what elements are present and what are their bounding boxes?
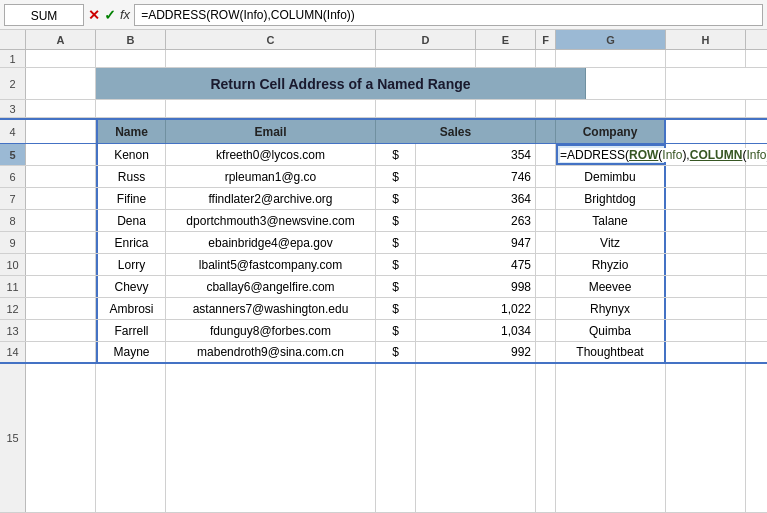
cell-e6[interactable]: 746	[416, 166, 536, 187]
cell-g11[interactable]: Meevee	[556, 276, 666, 297]
cell-c3[interactable]	[166, 100, 376, 117]
cell-h9[interactable]	[666, 232, 746, 253]
cell-f12[interactable]	[536, 298, 556, 319]
cell-a12[interactable]	[26, 298, 96, 319]
row-num-15[interactable]: 15	[0, 364, 26, 512]
cell-a4[interactable]	[26, 120, 96, 143]
col-header-a[interactable]: A	[26, 30, 96, 49]
cell-e8[interactable]: 263	[416, 210, 536, 231]
cell-g8[interactable]: Talane	[556, 210, 666, 231]
cell-a7[interactable]	[26, 188, 96, 209]
col-header-c[interactable]: C	[166, 30, 376, 49]
col-header-e[interactable]: E	[476, 30, 536, 49]
cell-c12[interactable]: astanners7@washington.edu	[166, 298, 376, 319]
cell-g9[interactable]: Vitz	[556, 232, 666, 253]
cell-e11[interactable]: 998	[416, 276, 536, 297]
cell-d3[interactable]	[376, 100, 476, 117]
cell-a8[interactable]	[26, 210, 96, 231]
cell-f11[interactable]	[536, 276, 556, 297]
row-num-6[interactable]: 6	[0, 166, 26, 187]
header-sales[interactable]: Sales	[376, 120, 536, 143]
cell-c14[interactable]: mabendroth9@sina.com.cn	[166, 342, 376, 362]
cell-f13[interactable]	[536, 320, 556, 341]
cell-c15[interactable]	[166, 364, 376, 512]
row-num-14[interactable]: 14	[0, 342, 26, 362]
cell-a6[interactable]	[26, 166, 96, 187]
cell-f7[interactable]	[536, 188, 556, 209]
cell-d13[interactable]: $	[376, 320, 416, 341]
cell-b6[interactable]: Russ	[96, 166, 166, 187]
title-cell[interactable]: Return Cell Address of a Named Range	[96, 68, 586, 99]
cell-d15[interactable]	[376, 364, 416, 512]
confirm-button[interactable]: ✓	[104, 7, 116, 23]
header-email[interactable]: Email	[166, 120, 376, 143]
row-num-8[interactable]: 8	[0, 210, 26, 231]
cancel-button[interactable]: ✕	[88, 7, 100, 23]
cell-g13[interactable]: Quimba	[556, 320, 666, 341]
cell-h4[interactable]	[666, 120, 746, 143]
row-num-1[interactable]: 1	[0, 50, 26, 67]
col-header-b[interactable]: B	[96, 30, 166, 49]
cell-f8[interactable]	[536, 210, 556, 231]
cell-a15[interactable]	[26, 364, 96, 512]
cell-e15[interactable]	[416, 364, 536, 512]
cell-a10[interactable]	[26, 254, 96, 275]
cell-c8[interactable]: dportchmouth3@newsvine.com	[166, 210, 376, 231]
cell-b9[interactable]: Enrica	[96, 232, 166, 253]
col-header-f[interactable]: F	[536, 30, 556, 49]
cell-g3[interactable]	[556, 100, 666, 117]
cell-b5[interactable]: Kenon	[96, 144, 166, 165]
col-header-g[interactable]: G	[556, 30, 666, 49]
cell-h11[interactable]	[666, 276, 746, 297]
cell-h3[interactable]	[666, 100, 746, 117]
cell-g10[interactable]: Rhyzio	[556, 254, 666, 275]
cell-a14[interactable]	[26, 342, 96, 362]
row-num-2[interactable]: 2	[0, 68, 26, 99]
cell-h1[interactable]	[666, 50, 746, 67]
cell-e1[interactable]	[476, 50, 536, 67]
cell-e5[interactable]: 354	[416, 144, 536, 165]
cell-c1[interactable]	[166, 50, 376, 67]
cell-b14[interactable]: Mayne	[96, 342, 166, 362]
cell-a9[interactable]	[26, 232, 96, 253]
col-header-h[interactable]: H	[666, 30, 746, 49]
row-num-5[interactable]: 5	[0, 144, 26, 165]
cell-e13[interactable]: 1,034	[416, 320, 536, 341]
cell-h14[interactable]	[666, 342, 746, 362]
cell-f14[interactable]	[536, 342, 556, 362]
header-f4[interactable]	[536, 120, 556, 143]
cell-a13[interactable]	[26, 320, 96, 341]
cell-f10[interactable]	[536, 254, 556, 275]
cell-g1[interactable]	[556, 50, 666, 67]
cell-d7[interactable]: $	[376, 188, 416, 209]
cell-c5[interactable]: kfreeth0@lycos.com	[166, 144, 376, 165]
row-num-10[interactable]: 10	[0, 254, 26, 275]
cell-h10[interactable]	[666, 254, 746, 275]
cell-b7[interactable]: Fifine	[96, 188, 166, 209]
cell-g5[interactable]: =ADDRESS(ROW(Info),COLUMN(Info))	[556, 144, 666, 165]
cell-f15[interactable]	[536, 364, 556, 512]
cell-d6[interactable]: $	[376, 166, 416, 187]
cell-f6[interactable]	[536, 166, 556, 187]
cell-h7[interactable]	[666, 188, 746, 209]
cell-a1[interactable]	[26, 50, 96, 67]
cell-b1[interactable]	[96, 50, 166, 67]
cell-h12[interactable]	[666, 298, 746, 319]
cell-a11[interactable]	[26, 276, 96, 297]
cell-c6[interactable]: rpleuman1@g.co	[166, 166, 376, 187]
formula-input[interactable]	[134, 4, 763, 26]
header-name[interactable]: Name	[96, 120, 166, 143]
cell-a3[interactable]	[26, 100, 96, 117]
cell-g14[interactable]: Thoughtbeat	[556, 342, 666, 362]
cell-g7[interactable]: Brightdog	[556, 188, 666, 209]
row-num-7[interactable]: 7	[0, 188, 26, 209]
cell-d12[interactable]: $	[376, 298, 416, 319]
cell-e14[interactable]: 992	[416, 342, 536, 362]
cell-h2[interactable]	[586, 68, 666, 99]
cell-d8[interactable]: $	[376, 210, 416, 231]
cell-b13[interactable]: Farrell	[96, 320, 166, 341]
cell-h15[interactable]: xcelemy · EXCEL - DATA - BI	[666, 364, 746, 512]
cell-d10[interactable]: $	[376, 254, 416, 275]
cell-b12[interactable]: Ambrosi	[96, 298, 166, 319]
cell-f1[interactable]	[536, 50, 556, 67]
